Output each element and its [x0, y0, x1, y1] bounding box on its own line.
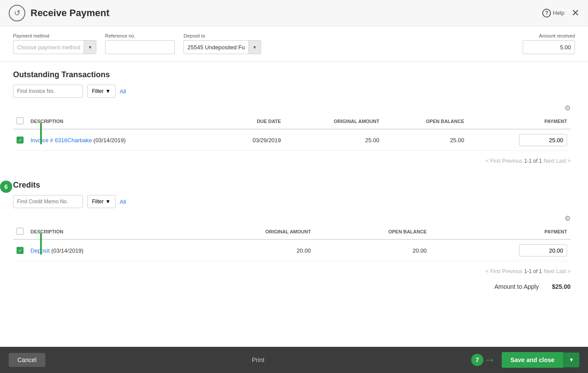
help-icon: ? — [542, 9, 551, 17]
outstanding-col-description: DESCRIPTION — [27, 114, 218, 129]
credits-header-checkbox — [13, 224, 27, 240]
outstanding-section: Outstanding Transactions Filter ▼ All ⚙ — [13, 70, 571, 168]
reference-no-input[interactable] — [105, 40, 175, 54]
outstanding-col-open-balance: OPEN BALANCE — [383, 114, 468, 129]
print-button[interactable]: Print — [252, 356, 265, 363]
amount-received-group: Amount received — [523, 33, 575, 54]
table-row: ✓ Deposit (03/14/2019) 20.00 20.00 — [13, 240, 571, 261]
outstanding-row-due-date: 03/29/2019 — [218, 129, 285, 151]
outstanding-header-checkbox — [13, 114, 27, 129]
credits-filter-button[interactable]: Filter ▼ — [87, 195, 116, 208]
credits-row-checkbox-cell: ✓ — [13, 240, 27, 261]
outstanding-row-open-balance: 25.00 — [383, 129, 468, 151]
credits-last[interactable]: Last > — [556, 268, 571, 274]
cancel-button[interactable]: Cancel — [9, 353, 45, 367]
credits-row-checkbox[interactable]: ✓ — [17, 247, 24, 254]
outstanding-pagination: < First Previous 1-1 of 1 Next Last > — [13, 154, 571, 168]
page-title: Receive Payment — [31, 7, 109, 19]
credits-gear-button[interactable]: ⚙ — [564, 214, 571, 222]
credits-next[interactable]: Next — [544, 268, 554, 274]
outstanding-title: Outstanding Transactions — [13, 70, 571, 79]
outstanding-table: DESCRIPTION DUE DATE ORIGINAL AMOUNT OPE… — [13, 114, 571, 151]
step-badge-6: 6 — [0, 181, 12, 193]
footer-arrow-icon: → — [483, 353, 496, 367]
content-area: Outstanding Transactions Filter ▼ All ⚙ — [0, 62, 588, 347]
save-close-button[interactable]: Save and close — [502, 352, 563, 368]
outstanding-col-original-amount: ORIGINAL AMOUNT — [285, 114, 383, 129]
credits-payment-input[interactable] — [519, 244, 567, 257]
credits-filter-arrow-icon: ▼ — [105, 198, 111, 205]
credits-row-original-amount: 20.00 — [180, 240, 314, 261]
payment-method-dropdown[interactable]: Choose payment method ▼ — [13, 40, 96, 54]
outstanding-row-original-amount: 25.00 — [285, 129, 383, 151]
credits-first[interactable]: < First — [486, 268, 500, 274]
outstanding-col-payment: PAYMENT — [468, 114, 571, 129]
outstanding-range: 1-1 of 1 — [524, 158, 542, 164]
payment-method-group: Payment method Choose payment method ▼ — [13, 33, 96, 54]
credits-col-payment: PAYMENT — [430, 224, 571, 240]
outstanding-row-payment-cell — [468, 129, 571, 151]
reference-no-group: Reference no. — [105, 33, 175, 54]
amount-to-apply-row: Amount to Apply $25.00 — [13, 278, 571, 293]
header-left: ↺ Receive Payment — [9, 5, 109, 21]
credits-all-link[interactable]: All — [120, 198, 126, 205]
outstanding-all-link[interactable]: All — [120, 88, 126, 95]
close-button[interactable]: ✕ — [571, 8, 579, 18]
credits-gear-area: ⚙ — [13, 214, 571, 222]
step-badge-7: 7 — [471, 354, 483, 366]
modal-footer: Cancel Print 7 → Save and close ▼ — [0, 347, 588, 373]
outstanding-previous[interactable]: Previous — [502, 158, 523, 164]
header-right: ? Help ✕ — [542, 8, 579, 18]
outstanding-last[interactable]: Last > — [556, 158, 571, 164]
amount-received-input[interactable] — [523, 40, 575, 54]
deposit-to-group: Deposit to 25545 Undeposited Fu ▼ — [184, 33, 261, 54]
outstanding-row-checkbox-cell: ✓ — [13, 129, 27, 151]
credits-row-description: Deposit (03/14/2019) — [27, 240, 180, 261]
outstanding-gear-area: ⚙ — [13, 104, 571, 112]
save-close-wrapper: 7 → Save and close ▼ — [471, 352, 579, 368]
modal-header: ↺ Receive Payment ? Help ✕ — [0, 0, 588, 26]
find-invoice-input[interactable] — [13, 85, 83, 98]
outstanding-row-date: (03/14/2019) — [94, 137, 126, 144]
help-button[interactable]: ? Help — [542, 9, 564, 17]
credits-table: DESCRIPTION ORIGINAL AMOUNT OPEN BALANCE… — [13, 224, 571, 261]
outstanding-bracket — [40, 123, 42, 144]
credits-section: 6 Credits Filter ▼ All ⚙ — [13, 181, 571, 293]
deposit-to-value: 25545 Undeposited Fu — [184, 44, 248, 51]
deposit-to-arrow[interactable]: ▼ — [248, 41, 261, 54]
reference-no-label: Reference no. — [105, 33, 175, 38]
credits-title: Credits — [13, 181, 571, 190]
amount-received-label: Amount received — [539, 33, 575, 38]
credits-filter-row: Filter ▼ All — [13, 195, 571, 208]
outstanding-next[interactable]: Next — [544, 158, 554, 164]
credits-col-description: DESCRIPTION — [27, 224, 180, 240]
outstanding-row-checkbox[interactable]: ✓ — [17, 137, 24, 144]
filter-arrow-icon: ▼ — [105, 88, 111, 94]
table-row: ✓ Invoice # 6316Charbake (03/14/2019) 03… — [13, 129, 571, 151]
amount-to-apply-value: $25.00 — [552, 283, 571, 290]
payment-method-label: Payment method — [13, 33, 96, 38]
receive-payment-icon: ↺ — [9, 5, 25, 21]
amount-to-apply-label: Amount to Apply — [494, 283, 539, 290]
save-close-dropdown-button[interactable]: ▼ — [563, 352, 579, 367]
outstanding-row-description: Invoice # 6316Charbake (03/14/2019) — [27, 129, 218, 151]
outstanding-payment-input[interactable] — [519, 134, 567, 146]
payment-method-arrow[interactable]: ▼ — [84, 41, 96, 54]
outstanding-filter-row: Filter ▼ All — [13, 85, 571, 98]
credits-row-open-balance: 20.00 — [314, 240, 430, 261]
modal-container: ↺ Receive Payment ? Help ✕ Payment metho… — [0, 0, 588, 373]
credits-row-date: (03/14/2019) — [51, 247, 84, 254]
deposit-to-dropdown[interactable]: 25545 Undeposited Fu ▼ — [184, 40, 261, 54]
credits-col-open-balance: OPEN BALANCE — [314, 224, 430, 240]
credits-select-all-checkbox[interactable] — [17, 228, 24, 235]
outstanding-col-due-date: DUE DATE — [218, 114, 285, 129]
credits-bracket — [40, 233, 42, 255]
credits-row-payment-cell — [430, 240, 571, 261]
outstanding-select-all-checkbox[interactable] — [17, 117, 24, 124]
credits-previous[interactable]: Previous — [502, 268, 523, 274]
top-form: Payment method Choose payment method ▼ R… — [0, 26, 588, 62]
outstanding-first[interactable]: < First — [486, 158, 500, 164]
outstanding-filter-button[interactable]: Filter ▼ — [87, 85, 116, 98]
outstanding-gear-button[interactable]: ⚙ — [564, 104, 571, 112]
find-credit-memo-input[interactable] — [13, 195, 83, 208]
